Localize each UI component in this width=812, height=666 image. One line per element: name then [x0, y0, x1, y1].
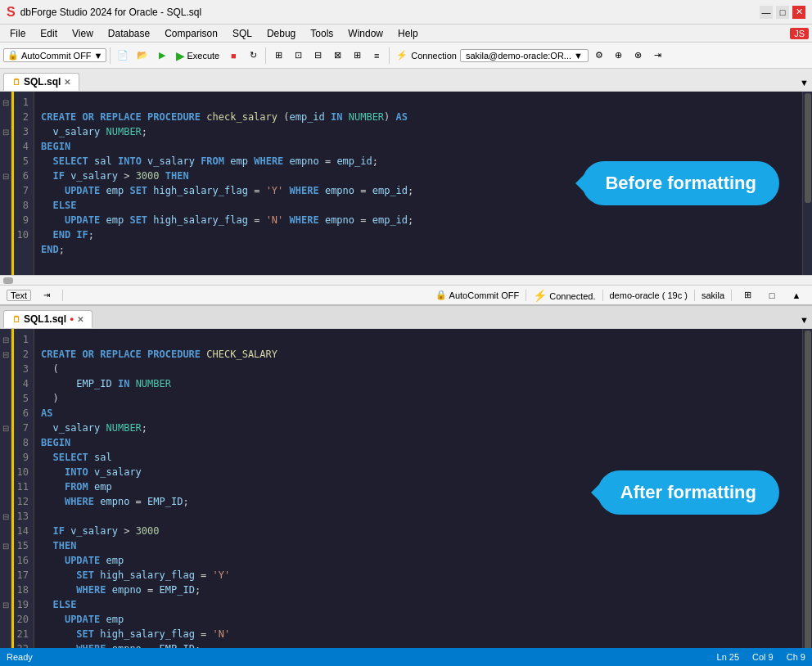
- stop-button[interactable]: ■: [224, 46, 242, 65]
- editor-body-1[interactable]: ⊟ ⊟ ⊟ 12345 678910 CREATE OR REPLACE PRO…: [0, 92, 812, 275]
- sep3: [389, 47, 390, 64]
- menu-database[interactable]: Database: [102, 26, 156, 41]
- editor-panel-2: 🗒 SQL1.sql ● ✕ ▼ ⊟ ⊟ ⊟: [0, 306, 812, 666]
- tab-close-2[interactable]: ✕: [77, 315, 83, 324]
- panel-arrow-1[interactable]: ⇥: [38, 286, 56, 305]
- tab-icon: 🗒: [12, 78, 20, 87]
- callout-before: Before formatting: [582, 161, 779, 205]
- connection-icon: ⚡: [396, 50, 408, 61]
- menu-bar: File Edit View Database Comparison SQL D…: [0, 25, 812, 43]
- status-right-1: 🔒 AutoCommit OFF ⚡ Connected. demo-oracl…: [435, 286, 805, 305]
- fold-btn-8[interactable]: ⊟: [0, 538, 11, 553]
- tb-icon10[interactable]: ⇥: [649, 46, 667, 65]
- menu-debug[interactable]: Debug: [260, 26, 302, 41]
- tab-menu-button-1[interactable]: ▼: [796, 74, 812, 91]
- lock-icon-status-1: 🔒: [435, 290, 447, 300]
- tb-icon7[interactable]: ⚙: [590, 46, 608, 65]
- sep-status-3: [602, 290, 603, 301]
- sep-status-4: [694, 290, 695, 301]
- fold-btn-4[interactable]: ⊟: [0, 332, 11, 347]
- dropdown-icon: ▼: [94, 51, 103, 61]
- menu-file[interactable]: File: [3, 26, 32, 41]
- tab-sql1-sql[interactable]: 🗒 SQL1.sql ● ✕: [3, 310, 92, 328]
- server-label-1: demo-oracle ( 19c ): [610, 290, 688, 300]
- sep-status-2: [526, 290, 526, 301]
- tb-icon6[interactable]: ≡: [368, 46, 386, 65]
- vscroll-2[interactable]: [802, 329, 812, 666]
- save-button[interactable]: ▶: [153, 46, 171, 65]
- connection-label: Connection: [411, 51, 457, 61]
- fold-btn-5[interactable]: ⊟: [0, 347, 11, 362]
- text-mode-1[interactable]: Text: [7, 290, 31, 301]
- tb-icon8[interactable]: ⊕: [610, 46, 628, 65]
- js-badge: JS: [790, 28, 809, 39]
- connection-dropdown[interactable]: sakila@demo-oracle:OR... ▼: [460, 49, 589, 62]
- tab-modified-dot: ●: [70, 315, 74, 323]
- fold-btn-9[interactable]: ⊟: [0, 597, 11, 612]
- minimize-button[interactable]: —: [760, 6, 773, 19]
- fold-btn-2[interactable]: ⊟: [0, 124, 11, 139]
- menu-view[interactable]: View: [65, 26, 100, 41]
- open-file-button[interactable]: 📂: [133, 46, 151, 65]
- vscroll-thumb-1[interactable]: [805, 93, 811, 203]
- main-area: 🗒 SQL.sql ✕ ▼ ⊟ ⊟ ⊟: [0, 69, 812, 648]
- fold-btn-7[interactable]: ⊟: [0, 509, 11, 524]
- fold-btn-3[interactable]: ⊟: [0, 169, 11, 183]
- connected-dot-1: ⚡: [533, 289, 547, 302]
- hscroll-thumb-1[interactable]: [3, 277, 13, 284]
- yellow-line-2: [11, 329, 14, 666]
- menu-window[interactable]: Window: [341, 26, 390, 41]
- fold-btn-1[interactable]: ⊟: [0, 95, 11, 110]
- view-icon-2[interactable]: □: [763, 286, 781, 305]
- callout-after: After formatting: [598, 470, 779, 515]
- vscroll-thumb-2[interactable]: [805, 331, 811, 662]
- status-coords: Ln 25 Col 9 Ch 9: [717, 652, 805, 662]
- tb-icon3[interactable]: ⊟: [309, 46, 327, 65]
- panel-statusbar-1: Text ⇥ 🔒 AutoCommit OFF ⚡ Connected. dem…: [0, 285, 812, 304]
- tab-sql-sql[interactable]: 🗒 SQL.sql ✕: [3, 73, 79, 91]
- lock-icon: 🔒: [7, 50, 19, 61]
- vscroll-1[interactable]: [802, 92, 812, 275]
- menu-sql[interactable]: SQL: [226, 26, 259, 41]
- connected-status-1: ⚡ Connected.: [533, 289, 595, 302]
- close-button[interactable]: ✕: [792, 6, 805, 19]
- tb-icon4[interactable]: ⊠: [328, 46, 346, 65]
- autocommit-label: AutoCommit OFF: [21, 51, 92, 61]
- title-controls[interactable]: — □ ✕: [760, 6, 805, 19]
- text-label-1: Text: [7, 290, 31, 301]
- sep1: [110, 47, 111, 64]
- tab-menu-button-2[interactable]: ▼: [796, 312, 812, 328]
- autocommit-status-1: 🔒 AutoCommit OFF: [435, 290, 520, 300]
- execute-button[interactable]: ▶ Execute: [173, 46, 223, 65]
- tab-bar-1: 🗒 SQL.sql ✕ ▼: [0, 69, 812, 92]
- tb-icon1[interactable]: ⊞: [269, 46, 287, 65]
- tb-icon9[interactable]: ⊗: [629, 46, 647, 65]
- title-bar: S dbForge Studio 2024 for Oracle - SQL.s…: [0, 0, 812, 25]
- tab-close-1[interactable]: ✕: [64, 78, 70, 87]
- app-icon: S: [7, 5, 16, 20]
- menu-edit[interactable]: Edit: [34, 26, 64, 41]
- hscroll-1[interactable]: [0, 275, 812, 285]
- menu-tools[interactable]: Tools: [304, 26, 340, 41]
- new-file-button[interactable]: 📄: [114, 46, 132, 65]
- tb-icon2[interactable]: ⊡: [289, 46, 307, 65]
- tb-icon5[interactable]: ⊞: [348, 46, 366, 65]
- connection-area: ⚡ Connection sakila@demo-oracle:OR... ▼: [396, 49, 589, 62]
- tab-label-1: SQL.sql: [24, 76, 61, 88]
- menu-help[interactable]: Help: [391, 26, 425, 41]
- window-title: dbForge Studio 2024 for Oracle - SQL.sql: [20, 7, 201, 18]
- status-bar: Ready Ln 25 Col 9 Ch 9: [0, 648, 812, 666]
- maximize-button[interactable]: □: [776, 6, 789, 19]
- yellow-line-1: [11, 92, 14, 275]
- menu-comparison[interactable]: Comparison: [158, 26, 224, 41]
- refresh-button[interactable]: ↻: [244, 46, 262, 65]
- editor-body-2[interactable]: ⊟ ⊟ ⊟ ⊟ ⊟ ⊟: [0, 329, 812, 666]
- scroll-up-1[interactable]: ▲: [787, 286, 805, 305]
- fold-gutter-2: ⊟ ⊟ ⊟ ⊟ ⊟ ⊟: [0, 329, 11, 666]
- fold-btn-6[interactable]: ⊟: [0, 421, 11, 435]
- sep2: [265, 47, 266, 64]
- col-label: Col 9: [752, 652, 774, 662]
- view-icon-1[interactable]: ⊞: [738, 286, 756, 305]
- tab-icon-2: 🗒: [12, 315, 20, 324]
- autocommit-button[interactable]: 🔒 AutoCommit OFF ▼: [3, 48, 106, 62]
